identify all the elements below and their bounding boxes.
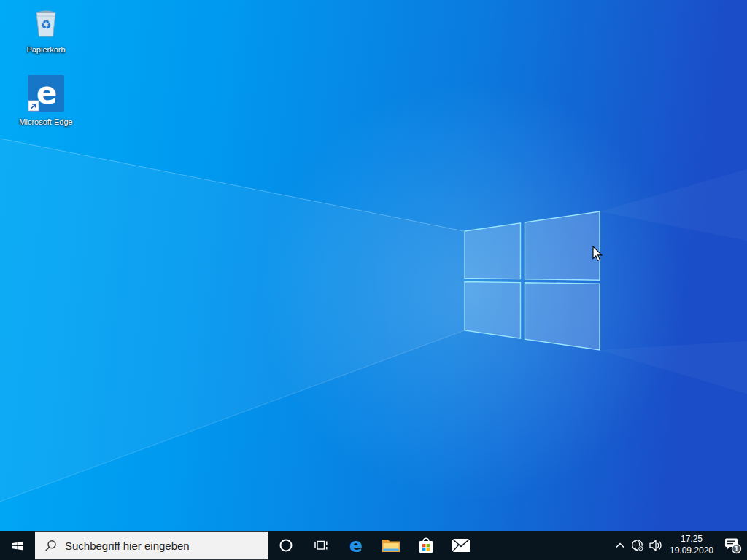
notification-icon: 1 [723,537,742,554]
action-center-button[interactable]: 1 [718,531,747,560]
shortcut-arrow-icon [28,101,39,111]
system-tray: 17:25 19.09.2020 1 [611,531,747,560]
edge-icon: e [346,534,366,556]
svg-text:♻: ♻ [40,18,51,32]
clock-time: 17:25 [681,534,703,545]
start-button[interactable] [0,531,35,560]
globe-no-internet-icon [631,539,644,552]
notification-badge-count: 1 [735,545,739,553]
desktop-wallpaper: ♻ Papierkorb e Microsoft Edge [0,0,747,531]
edge-shortcut-label: Microsoft Edge [13,117,79,127]
clock-date: 19.09.2020 [670,545,713,557]
windows-start-icon [12,540,24,551]
taskbar-edge-button[interactable]: e [338,531,374,560]
recycle-bin-icon: ♻ [28,5,63,43]
chevron-up-icon [615,542,625,549]
microsoft-store-icon [417,536,435,555]
svg-text:e: e [36,75,58,111]
desktop-icon-recycle-bin[interactable]: ♻ Papierkorb [13,5,79,55]
file-explorer-icon [382,537,400,553]
speaker-icon [649,539,663,552]
taskbar-file-explorer-button[interactable] [374,531,409,560]
tray-clock[interactable]: 17:25 19.09.2020 [665,531,718,560]
tray-volume-button[interactable] [646,531,665,560]
taskbar: e [0,531,747,560]
windows-desktop-screen: ♻ Papierkorb e Microsoft Edge [0,0,747,560]
svg-text:e: e [349,534,363,556]
recycle-bin-label: Papierkorb [13,45,79,55]
tray-show-hidden-icons-button[interactable] [611,531,629,560]
windows-logo-wallpaper [465,211,600,350]
mail-icon [452,538,471,553]
tray-network-button[interactable] [629,531,646,560]
wallpaper-light-rays-and-logo [0,0,747,531]
edge-app-icon: e [27,74,65,115]
taskbar-search-box[interactable] [35,531,268,560]
taskbar-task-view-button[interactable] [303,531,338,560]
search-input[interactable] [65,540,260,552]
taskbar-cortana-button[interactable] [268,531,303,560]
desktop-icon-microsoft-edge[interactable]: e Microsoft Edge [13,74,79,127]
search-icon [44,540,57,552]
taskbar-store-button[interactable] [409,531,444,560]
task-view-icon [314,539,328,552]
cortana-icon [279,538,293,553]
taskbar-mail-button[interactable] [444,531,479,560]
